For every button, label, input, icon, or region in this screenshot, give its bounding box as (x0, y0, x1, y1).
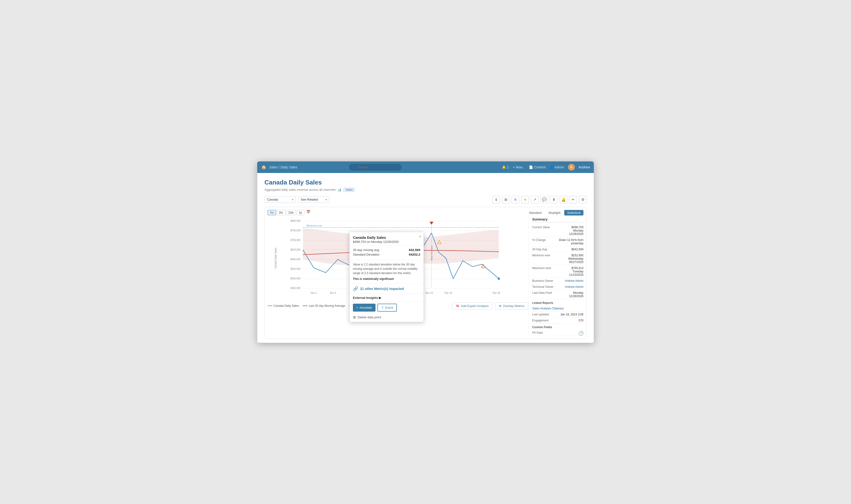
summary-title: Summary (532, 217, 584, 222)
popup-close-button[interactable]: × (419, 234, 421, 239)
summary-label-30avg: 30 Day Avg (532, 248, 547, 251)
comment-button[interactable]: 💬 (540, 196, 548, 203)
settings-button[interactable]: ⚙ (579, 196, 587, 203)
view-tab-statistical[interactable]: Statistical (564, 210, 584, 215)
history-icon[interactable]: 🕐 (578, 330, 584, 336)
legend-moving-avg: Last 30 day Moving Average (303, 304, 345, 307)
delete-data-point[interactable]: 🗑 Delete data point (349, 313, 423, 322)
summary-value-min: $252,693Wednesday05/27/2020 (568, 254, 584, 264)
popup-title: Canada Daily Sales (353, 235, 420, 239)
chart-svg-wrapper: Canada Daily Sales $800,000 $750,000 $70… (267, 217, 528, 299)
chart-main: Canada Daily Sales $800,000 $750,000 $70… (267, 217, 528, 336)
stat-sd-value: 64202.2 (409, 253, 420, 256)
admin-icon: 👤 (550, 165, 554, 169)
summary-row-biz-owner: Business Owner Andrew Admin (532, 278, 584, 284)
svg-text:Dec 4: Dec 4 (330, 292, 336, 294)
svg-text:$700,000: $700,000 (290, 239, 300, 241)
download-button[interactable]: ⬇ (550, 196, 558, 203)
view-tab-stoplight[interactable]: Stoplight (545, 210, 563, 215)
svg-text:$500,000: $500,000 (290, 277, 300, 280)
popup-stat-row-sd: Standard Deviation 64202.2 (353, 253, 420, 256)
hierarchy-button[interactable]: ⊞ (502, 196, 510, 203)
bottom-actions: 🧠 Add Expert Analysis ⊕ Overlay Metrics (452, 303, 528, 309)
search-input[interactable] (349, 164, 402, 170)
overlay-metrics-button[interactable]: ⊕ Overlay Metrics (495, 303, 528, 309)
event-button[interactable]: ▽ Event (378, 304, 397, 311)
home-icon[interactable]: 🏠 (261, 165, 266, 170)
new-button[interactable]: + New... (513, 165, 525, 169)
notification-count: 1 (507, 165, 509, 169)
stat-avg-value: 642,569 (409, 248, 420, 252)
content-link[interactable]: 📄 Content (529, 165, 546, 169)
alert-button[interactable]: 🔔 (560, 196, 567, 203)
external-insights-link[interactable]: External Insights ▶ (349, 294, 423, 302)
copy-button[interactable]: ⎘ (511, 196, 519, 203)
svg-text:$650,000: $650,000 (290, 248, 300, 251)
see-related-filter[interactable]: See Related (298, 196, 329, 203)
summary-value-last-updated: Jan 19, 2023 3:06 (560, 313, 584, 316)
annotation-triangle (430, 222, 433, 224)
expert-icon: 🧠 (455, 304, 459, 308)
legend-daily-sales-label: Canada Daily Sales (274, 304, 299, 307)
summary-value-tech-owner[interactable]: Andrew Admin (565, 285, 584, 289)
svg-text:Dec 14: Dec 14 (425, 292, 433, 294)
chart-icon: 📊 (337, 188, 341, 192)
legend-line-red (303, 306, 308, 306)
user-name: Andrew (579, 165, 590, 169)
country-filter-wrapper: Canada ▼ (264, 196, 296, 203)
page-title: Canada Daily Sales (264, 179, 587, 186)
summary-label-pii: PII Data (532, 331, 542, 335)
edit-button[interactable]: ✏ (569, 196, 577, 203)
popup-impacted[interactable]: 🔗 21 other Metric(s) impacted (349, 284, 423, 294)
svg-text:$550,000: $550,000 (290, 268, 300, 270)
summary-row-max: Maximum ever $785,813Tuesday11/10/2020 (532, 265, 584, 278)
overlay-icon: ⊕ (499, 304, 502, 308)
view-tab-standard[interactable]: Standard (526, 210, 544, 215)
svg-text:!: ! (483, 266, 483, 268)
time-tab-1y[interactable]: 1y (296, 210, 304, 215)
summary-row-change: % Change Down 12.91% from yesterday (532, 237, 584, 247)
star-button[interactable]: ★ (521, 196, 529, 203)
linked-report-link[interactable]: Sales Analysis (Tableau) (532, 307, 564, 310)
popup-stats: 30 day moving avg 642,569 Standard Devia… (349, 246, 423, 260)
popup-stat-row-avg: 30 day moving avg 642,569 (353, 248, 420, 252)
trash-icon: 🗑 (353, 316, 356, 319)
breadcrumb: Sales / Daily Sales (269, 165, 297, 169)
time-tab-2m[interactable]: 2m (276, 210, 285, 215)
share-button[interactable]: ↗ (531, 196, 538, 203)
svg-text:$800,000: $800,000 (290, 220, 300, 222)
info-button[interactable]: ℹ (492, 196, 500, 203)
chart-container: 4w 2m 12w 1y 📅 Standard Stoplight Statis… (264, 207, 587, 339)
popup-subtitle: $498,703 on Monday 12/28/2020 (353, 240, 420, 244)
add-expert-analysis-button[interactable]: 🧠 Add Expert Analysis (452, 303, 492, 309)
notification-bell[interactable]: 🔔 1 (502, 165, 509, 169)
view-tabs: Standard Stoplight Statistical (526, 210, 584, 215)
subtitle-text: Aggregated daily sales revenue across al… (264, 188, 335, 192)
linked-reports-title: Linked Reports (532, 301, 584, 305)
event-icon: ▽ (381, 306, 384, 309)
summary-row-current: Current Value $498,703Monday12/28/2020 (532, 224, 584, 237)
popup-header: Canada Daily Sales $498,703 on Monday 12… (349, 232, 423, 246)
country-filter[interactable]: Canada (264, 196, 296, 203)
popup-description: Value is 2.2 standard deviation below th… (349, 260, 423, 284)
summary-value-biz-owner[interactable]: Andrew Admin (565, 279, 584, 283)
svg-text:Dec 2: Dec 2 (311, 292, 317, 294)
user-avatar[interactable]: A (568, 164, 575, 170)
annotate-icon: + (356, 306, 358, 309)
content-icon: 📄 (529, 165, 533, 169)
calendar-icon[interactable]: 📅 (306, 210, 310, 215)
popup-significant: This is statistically significant (353, 277, 420, 281)
annotate-button[interactable]: + Annotate (353, 304, 376, 311)
summary-value-change: Down 12.91% from yesterday (548, 238, 584, 245)
toolbar-right: ℹ ⊞ ⎘ ★ ↗ 💬 ⬇ 🔔 ✏ ⚙ (492, 196, 587, 203)
summary-label-tech-owner: Technical Owner (532, 285, 554, 289)
admin-link[interactable]: 👤 Admin (550, 165, 564, 169)
impacted-icon: 🔗 (353, 286, 358, 291)
impacted-text: 21 other Metric(s) impacted (360, 287, 404, 291)
summary-row-pii: PII Data No (532, 330, 584, 336)
summary-value-max: $785,813Tuesday11/10/2020 (569, 266, 584, 276)
time-tab-4w[interactable]: 4w (267, 210, 276, 215)
summary-label-biz-owner: Business Owner (532, 279, 553, 283)
summary-label-min: Minimum ever (532, 254, 550, 264)
time-tab-12w[interactable]: 12w (286, 210, 296, 215)
